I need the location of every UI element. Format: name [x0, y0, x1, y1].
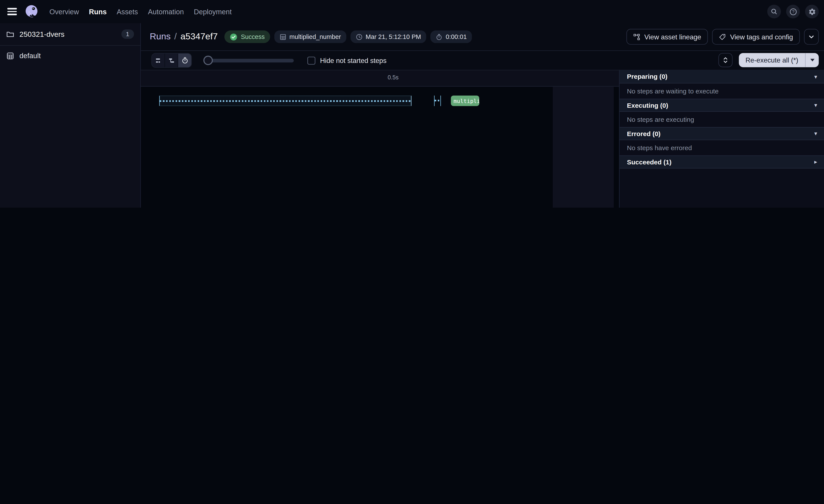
dagster-logo[interactable]: [24, 4, 39, 19]
nav-assets[interactable]: Assets: [117, 8, 138, 15]
sidebar: 250321-dvers 1 default 250321-dvers: [0, 23, 141, 208]
status-section-executing[interactable]: Executing (0): [620, 99, 824, 112]
slider-track[interactable]: [208, 59, 294, 62]
checkbox-box[interactable]: [307, 56, 315, 64]
timeline-header: 0.5s: [141, 70, 619, 87]
gantt-toolbar: Hide not started steps Re-execute all (*…: [141, 51, 824, 70]
run-header-actions: View asset lineage View tags and config: [627, 29, 819, 45]
sidebar-workspace[interactable]: 250321-dvers 1: [0, 23, 140, 46]
run-id: a5347ef7: [181, 31, 218, 42]
gantt-small-segment: [434, 96, 441, 106]
slider-knob[interactable]: [203, 55, 213, 65]
gantt-viewport[interactable]: multipli… Search and filter steps Hide u…: [141, 87, 619, 208]
gantt-view-mode-group: [151, 53, 192, 68]
lineage-icon: [633, 33, 640, 40]
top-nav: Overview Runs Assets Automation Deployme…: [0, 0, 824, 23]
search-button[interactable]: [767, 5, 781, 18]
gantt-chart[interactable]: 0.5s multipli… Search and filter steps: [141, 70, 619, 208]
search-icon: [770, 8, 778, 15]
check-circle-icon: [230, 33, 238, 41]
caret-right-icon: [814, 159, 817, 165]
clock-icon: [356, 33, 363, 40]
nav-actions: ?: [767, 5, 819, 18]
timed-view-button[interactable]: [178, 54, 191, 67]
svg-text:?: ?: [792, 9, 794, 14]
caret-down-icon: [814, 74, 817, 80]
view-asset-lineage-button[interactable]: View asset lineage: [627, 29, 708, 45]
caret-down-icon: [814, 102, 817, 108]
status-badge: Success: [224, 30, 270, 43]
nav-overview[interactable]: Overview: [49, 8, 79, 15]
nav-deployment[interactable]: Deployment: [194, 8, 232, 15]
start-time-tag: Mar 21, 5:12:10 PM: [350, 30, 426, 43]
chevron-down-icon: [808, 33, 815, 40]
help-icon: ?: [789, 8, 797, 15]
re-execute-dropdown[interactable]: [805, 53, 819, 67]
hide-not-started-checkbox[interactable]: Hide not started steps: [307, 56, 387, 64]
view-tags-config-button[interactable]: View tags and config: [712, 29, 800, 45]
status-section-body: No steps have errored: [620, 140, 824, 155]
up-down-chevrons-icon: [722, 57, 728, 64]
zoom-slider[interactable]: [203, 55, 294, 65]
help-button[interactable]: ?: [786, 5, 800, 18]
primary-nav: Overview Runs Assets Automation Deployme…: [49, 8, 232, 15]
gantt-waiting-bar: [159, 96, 411, 106]
duration-tag: 0:00:01: [430, 30, 472, 43]
status-section-preparing[interactable]: Preparing (0): [620, 70, 824, 84]
header-more-button[interactable]: [804, 29, 819, 45]
status-section-succeeded[interactable]: Succeeded (1): [620, 155, 824, 168]
dagster-app: Overview Runs Assets Automation Deployme…: [0, 0, 824, 208]
stopwatch-icon: [436, 33, 443, 40]
time-marker-label: 0.5s: [388, 74, 398, 80]
gantt-step-bar[interactable]: multipli…: [451, 96, 479, 106]
main-content: Runs / a5347ef7 Success multiplied_numbe…: [141, 23, 824, 208]
status-section-errored[interactable]: Errored (0): [620, 127, 824, 140]
caret-down-icon: [814, 131, 817, 136]
menu-icon[interactable]: [7, 8, 17, 15]
asset-group-icon: [6, 52, 14, 59]
settings-button[interactable]: [805, 5, 819, 18]
gantt-toolbar-right: Re-execute all (*): [718, 53, 819, 67]
status-section-body: No steps are waiting to execute: [620, 84, 824, 99]
breadcrumb-separator: /: [174, 31, 177, 42]
asset-tag[interactable]: multiplied_number: [274, 30, 346, 43]
workspace-count-badge: 1: [121, 29, 134, 39]
re-execute-button[interactable]: Re-execute all (*): [739, 53, 819, 67]
workspace-name: 250321-dvers: [19, 30, 121, 38]
gantt-overflow-region: [553, 87, 614, 208]
nav-runs[interactable]: Runs: [89, 8, 107, 15]
status-section-body: No steps are executing: [620, 112, 824, 127]
sidebar-item-default[interactable]: default: [0, 47, 140, 65]
tag-icon: [719, 33, 726, 40]
breadcrumb-runs[interactable]: Runs: [150, 31, 171, 42]
gear-icon: [808, 8, 816, 15]
waterfall-view-button[interactable]: [165, 54, 178, 67]
run-header: Runs / a5347ef7 Success multiplied_numbe…: [141, 23, 824, 51]
sidebar-item-label: default: [19, 52, 41, 59]
flat-view-button[interactable]: [152, 54, 165, 67]
asset-grid-icon: [280, 33, 287, 40]
folder-icon: [6, 30, 14, 38]
nav-automation[interactable]: Automation: [148, 8, 184, 15]
step-status-panel: Preparing (0) No steps are waiting to ex…: [619, 70, 824, 208]
gantt-region: 0.5s multipli… Search and filter steps: [141, 70, 824, 208]
expand-collapse-button[interactable]: [718, 53, 732, 67]
